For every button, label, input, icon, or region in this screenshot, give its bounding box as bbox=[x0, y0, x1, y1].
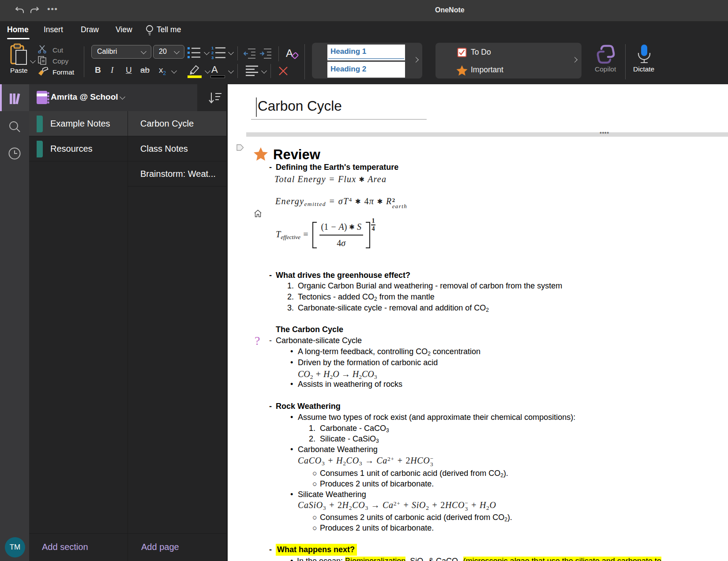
svg-text:2: 2 bbox=[211, 50, 214, 55]
svg-text:3: 3 bbox=[211, 55, 214, 60]
svg-text:1: 1 bbox=[211, 45, 214, 50]
svg-text:A: A bbox=[286, 47, 293, 59]
